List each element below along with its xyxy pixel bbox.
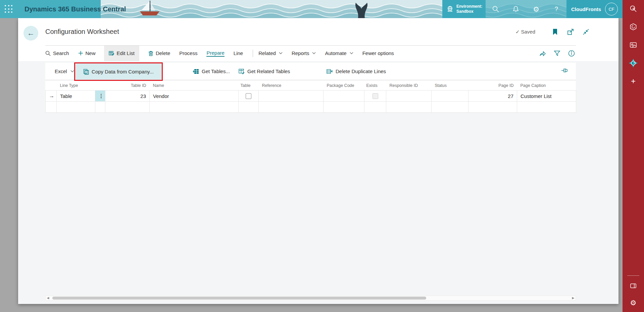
notifications-bell-icon[interactable] — [510, 4, 521, 14]
col-status[interactable]: Status — [432, 81, 468, 91]
add-icon[interactable]: + — [627, 74, 640, 88]
related-menu[interactable]: Related — [258, 45, 283, 61]
browser-sidebar: + ⚙ — [623, 0, 644, 312]
share-icon[interactable] — [539, 50, 546, 57]
search-icon[interactable] — [490, 4, 501, 14]
grid-header-row: Line Type Table ID Name Table Reference … — [46, 81, 576, 91]
info-icon[interactable] — [568, 50, 575, 57]
chevron-down-icon — [70, 70, 74, 72]
edit-list-action[interactable]: Edit List — [104, 45, 139, 61]
exists-checkbox — [373, 93, 378, 99]
fewer-options-action[interactable]: Fewer options — [362, 45, 394, 61]
search-icon — [45, 51, 51, 56]
cell-page-caption[interactable]: Customer List — [517, 91, 576, 102]
get-tables-icon — [193, 69, 199, 74]
chevron-down-icon — [312, 52, 316, 54]
help-icon[interactable]: ? — [551, 4, 562, 14]
excel-menu[interactable]: Excel — [55, 63, 74, 80]
settings-gear-icon[interactable]: ⚙ — [531, 4, 542, 14]
col-page-caption[interactable]: Page Caption — [517, 81, 576, 91]
page-title: Configuration Worksheet — [45, 18, 119, 45]
avatar[interactable]: CF — [605, 3, 618, 15]
prepare-tab[interactable]: Prepare — [206, 45, 224, 61]
open-in-new-window-icon[interactable] — [567, 28, 574, 36]
table-row: → Table ⋮ 23 Vendor 27 Cus — [46, 91, 576, 102]
scroll-left-arrow[interactable]: ◀ — [46, 296, 50, 300]
col-reference[interactable]: Reference — [259, 81, 324, 91]
top-navigation-bar: Dynamics 365 Business Central Environmen… — [0, 0, 623, 18]
cell-package-code[interactable] — [324, 91, 364, 102]
get-related-tables-button[interactable]: Get Related Tables — [239, 63, 290, 80]
row-menu-icon[interactable]: ⋮ — [95, 91, 105, 102]
sidebar-panel-icon[interactable] — [627, 279, 640, 293]
microsoft365-icon[interactable] — [627, 20, 640, 34]
col-table-id[interactable]: Table ID — [105, 81, 150, 91]
get-related-tables-icon — [239, 68, 245, 74]
cell-page-id[interactable]: 27 — [468, 91, 517, 102]
copy-icon — [83, 69, 89, 75]
save-status: ✓Saved — [515, 29, 535, 35]
scroll-right-arrow[interactable]: ▶ — [571, 296, 576, 300]
automate-menu[interactable]: Automate — [325, 45, 353, 61]
col-line-type[interactable]: Line Type — [57, 81, 95, 91]
get-tables-button[interactable]: Get Tables... — [193, 63, 230, 80]
reports-menu[interactable]: Reports — [292, 45, 316, 61]
plus-icon — [78, 51, 83, 56]
col-table[interactable]: Table — [239, 81, 259, 91]
environment-name: Sandbox — [456, 9, 482, 14]
line-action[interactable]: Line — [234, 45, 243, 61]
account-name[interactable]: CloudFronts — [571, 6, 601, 12]
sidebar-settings-gear-icon[interactable]: ⚙ — [627, 296, 640, 309]
topbar-icons: ⚙ ? — [486, 0, 566, 18]
page-header: ← Configuration Worksheet ✓Saved — [18, 18, 618, 45]
business-central-page: ← Configuration Worksheet ✓Saved — [18, 18, 618, 304]
process-action[interactable]: Process — [179, 45, 197, 61]
screenshot-icon[interactable] — [627, 38, 640, 52]
app-title[interactable]: Dynamics 365 Business Central — [24, 0, 126, 18]
secondary-toolbar: Excel Copy Data from Company... Get Tabl… — [45, 63, 576, 80]
collapse-icon[interactable] — [582, 28, 590, 36]
bookmark-icon[interactable] — [551, 28, 559, 36]
copy-data-from-company-button[interactable]: Copy Data from Company... — [74, 62, 163, 81]
compass-extension-icon[interactable] — [627, 56, 640, 70]
page-content: Excel Copy Data from Company... Get Tabl… — [18, 61, 618, 304]
cell-table-id[interactable]: 23 — [105, 91, 150, 102]
edit-list-icon — [109, 50, 114, 56]
cell-responsible-id[interactable] — [386, 91, 432, 102]
actionbar-divider — [253, 50, 253, 57]
delete-duplicate-lines-button[interactable]: Delete Duplicate Lines — [327, 63, 386, 80]
cell-status[interactable] — [432, 91, 468, 102]
row-indicator-icon: → — [49, 93, 54, 99]
horizontal-scrollbar[interactable]: ◀ ▶ — [45, 296, 576, 301]
delete-action[interactable]: Delete — [148, 45, 170, 61]
search-zoom-icon[interactable] — [627, 2, 640, 15]
table-checkbox[interactable] — [246, 93, 251, 99]
waffle-menu-icon[interactable] — [5, 5, 13, 14]
scrollbar-thumb[interactable] — [52, 297, 426, 300]
back-button[interactable]: ← — [23, 26, 38, 41]
table-row-empty — [46, 102, 576, 113]
chevron-down-icon — [279, 52, 283, 54]
chevron-down-icon — [350, 52, 353, 54]
cell-name[interactable]: Vendor — [150, 91, 239, 102]
pin-icon[interactable] — [561, 67, 569, 73]
search-action[interactable]: Search — [45, 45, 69, 61]
col-exists[interactable]: Exists — [364, 81, 386, 91]
sidebar-divider — [627, 275, 639, 276]
environment-indicator[interactable]: Environment: Sandbox — [442, 0, 486, 18]
delete-duplicate-lines-icon — [327, 69, 333, 74]
new-action[interactable]: New — [78, 45, 96, 61]
cell-reference[interactable] — [259, 91, 324, 102]
globe-icon — [446, 5, 454, 13]
col-name[interactable]: Name — [150, 81, 239, 91]
environment-label: Environment: — [456, 4, 482, 9]
filter-icon[interactable] — [554, 50, 560, 57]
trash-icon — [148, 51, 153, 56]
action-bar: Search New Edit List Delete Process P — [18, 45, 618, 61]
account-block: CloudFronts CF — [566, 0, 623, 18]
col-page-id[interactable]: Page ID — [468, 81, 517, 91]
cell-line-type[interactable]: Table — [57, 91, 95, 102]
col-responsible-id[interactable]: Responsible ID — [386, 81, 432, 91]
app-root: Dynamics 365 Business Central Environmen… — [0, 0, 644, 312]
col-package-code[interactable]: Package Code — [324, 81, 364, 91]
